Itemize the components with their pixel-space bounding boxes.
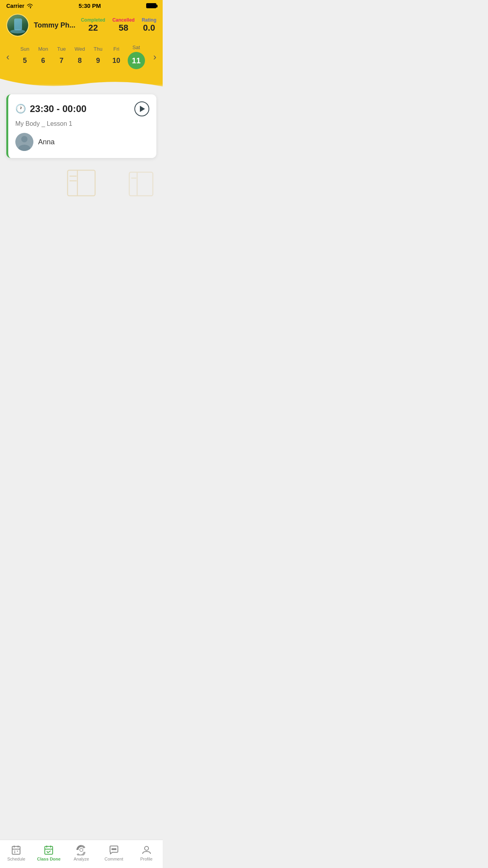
next-icon: › — [153, 51, 156, 63]
calendar-day-5[interactable]: Sun5 — [17, 44, 33, 69]
status-bar: Carrier 5:30 PM — [0, 0, 163, 11]
cancelled-label: Cancelled — [112, 17, 135, 23]
avatar — [6, 14, 29, 37]
header: Tommy Ph... Completed 22 Cancelled 58 Ra… — [0, 11, 163, 40]
card-time-row: 🕐 23:30 - 00:00 — [15, 101, 149, 116]
calendar-day-7[interactable]: Tue7 — [53, 44, 69, 69]
calendar-day-11[interactable]: Sat11 — [127, 43, 146, 71]
prev-week-button[interactable]: ‹ — [0, 49, 16, 65]
day-name: Wed — [75, 46, 85, 52]
day-number: 9 — [91, 53, 105, 68]
day-name: Mon — [38, 46, 48, 52]
teacher-avatar — [15, 133, 33, 151]
class-card: 🕐 23:30 - 00:00 My Body _ Lesson 1 Anna — [6, 94, 156, 158]
calendar-strip: ‹ Sun5Mon6Tue7Wed8Thu9Fri10Sat11 › — [0, 40, 163, 79]
time-left: 🕐 23:30 - 00:00 — [15, 103, 86, 114]
wave-separator — [0, 79, 163, 90]
stat-cancelled: Cancelled 58 — [112, 17, 135, 33]
class-time: 23:30 - 00:00 — [30, 103, 86, 114]
main-content: 🕐 23:30 - 00:00 My Body _ Lesson 1 Anna — [0, 90, 163, 239]
day-name: Sun — [20, 46, 29, 52]
play-triangle-icon — [140, 106, 145, 112]
stats-container: Completed 22 Cancelled 58 Rating 0.0 — [81, 17, 156, 33]
day-name: Fri — [114, 46, 119, 52]
day-name: Sat — [132, 44, 140, 50]
day-number: 7 — [54, 53, 68, 68]
day-number: 6 — [36, 53, 50, 68]
battery-indicator — [146, 3, 156, 8]
prev-icon: ‹ — [6, 51, 9, 63]
rating-value: 0.0 — [142, 23, 156, 33]
user-name: Tommy Ph... — [34, 21, 75, 29]
stat-completed: Completed 22 — [81, 17, 105, 33]
next-week-button[interactable]: › — [147, 49, 163, 65]
time-display: 5:30 PM — [79, 2, 101, 9]
completed-label: Completed — [81, 17, 105, 23]
day-number: 10 — [109, 53, 123, 68]
cancelled-value: 58 — [112, 23, 135, 33]
svg-rect-11 — [68, 170, 95, 196]
wifi-icon — [26, 3, 33, 9]
calendar-day-10[interactable]: Fri10 — [108, 44, 124, 69]
clock-icon: 🕐 — [15, 104, 26, 114]
day-number: 5 — [18, 53, 32, 68]
calendar-days: Sun5Mon6Tue7Wed8Thu9Fri10Sat11 — [16, 43, 147, 71]
bg-book-icon-3 — [64, 164, 99, 200]
rating-label: Rating — [142, 17, 156, 23]
calendar-day-8[interactable]: Wed8 — [72, 44, 88, 69]
day-number: 11 — [128, 52, 145, 69]
play-button[interactable] — [134, 101, 149, 116]
calendar-day-6[interactable]: Mon6 — [35, 44, 51, 69]
bg-book-icon-2 — [125, 168, 157, 200]
carrier-wifi: Carrier — [6, 3, 33, 9]
stat-rating: Rating 0.0 — [142, 17, 156, 33]
day-name: Tue — [57, 46, 66, 52]
completed-value: 22 — [81, 23, 105, 33]
carrier-label: Carrier — [6, 3, 24, 9]
day-number: 8 — [73, 53, 87, 68]
user-info: Tommy Ph... — [34, 21, 75, 29]
class-name: My Body _ Lesson 1 — [15, 120, 149, 127]
teacher-name: Anna — [38, 138, 55, 146]
calendar-day-9[interactable]: Thu9 — [90, 44, 106, 69]
svg-rect-8 — [129, 172, 153, 196]
day-name: Thu — [94, 46, 102, 52]
teacher-row: Anna — [15, 133, 149, 151]
